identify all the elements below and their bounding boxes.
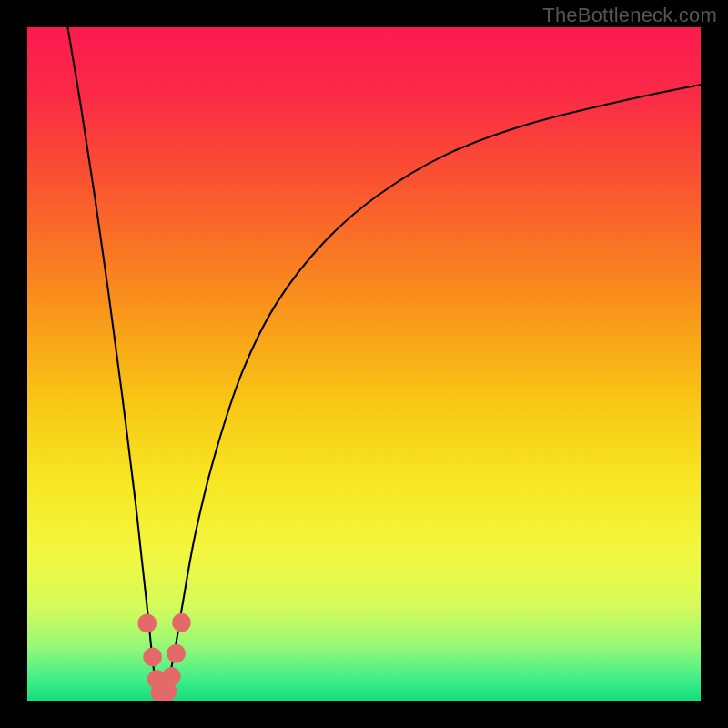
- chart-svg: [27, 27, 701, 701]
- highlight-markers: [137, 613, 190, 701]
- highlight-dot: [162, 667, 181, 686]
- highlight-dot: [137, 614, 157, 633]
- highlight-dot: [143, 648, 162, 667]
- plot-area: [27, 27, 701, 701]
- watermark-text: TheBottleneck.com: [542, 4, 717, 27]
- outer-frame: TheBottleneck.com: [0, 0, 728, 728]
- highlight-dot: [167, 644, 186, 663]
- highlight-dot: [172, 613, 191, 632]
- curve-line: [67, 27, 701, 699]
